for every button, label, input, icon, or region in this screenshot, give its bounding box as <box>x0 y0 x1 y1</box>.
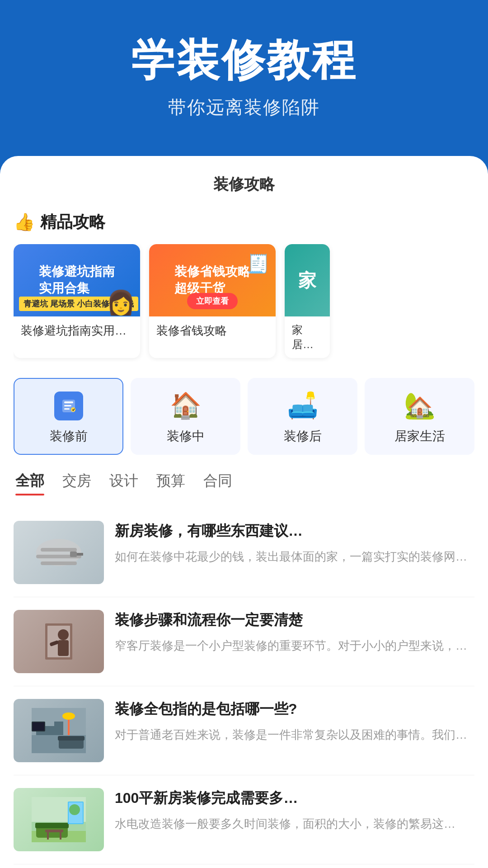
article-thumb-inner-4 <box>14 788 104 851</box>
article-desc-1: 如何在装修中花最少的钱，装出最体面的家，一篇实打实的装修网… <box>115 548 474 566</box>
category-icon-after: 🛋️ <box>287 391 319 420</box>
svg-point-4 <box>71 407 75 412</box>
category-icon-home: 🏡 <box>404 391 436 420</box>
svg-rect-1 <box>64 401 73 403</box>
article-title-3: 装修全包指的是包括哪一些? <box>115 699 474 719</box>
svg-rect-8 <box>41 561 77 565</box>
article-content-1: 新房装修，有哪些东西建议… 如何在装修中花最少的钱，装出最体面的家，一篇实打实的… <box>115 521 474 566</box>
article-desc-3: 对于普通老百姓来说，装修是一件非常复杂以及困难的事情。我们… <box>115 726 474 744</box>
svg-rect-2 <box>64 405 71 406</box>
main-card: 装修攻略 👍 精品攻略 装修避坑指南实用合集 青避坑 尾场景 小白装修也省钱 👩… <box>0 156 488 868</box>
article-thumb-inner-1 <box>14 521 104 584</box>
category-label-after: 装修后 <box>284 428 322 445</box>
article-item-2[interactable]: 装修步骤和流程你一定要清楚 窄客厅装修是一个小户型装修的重要环节。对于小小的户型… <box>14 597 474 686</box>
featured-card-btn-2[interactable]: 立即查看 <box>187 293 238 309</box>
article-desc-2: 窄客厅装修是一个小户型装修的重要环节。对于小小的户型来说，… <box>115 637 474 655</box>
article-content-3: 装修全包指的是包括哪一些? 对于普通老百姓来说，装修是一件非常复杂以及困难的事情… <box>115 699 474 744</box>
featured-section-title: 精品攻略 <box>40 211 105 233</box>
article-item-3[interactable]: 装修全包指的是包括哪一些? 对于普通老百姓来说，装修是一件非常复杂以及困难的事情… <box>14 686 474 775</box>
svg-rect-26 <box>33 722 44 731</box>
thumb-icon: 👍 <box>14 212 35 232</box>
featured-card-text-3: 家 <box>298 269 316 292</box>
filter-tab-budget[interactable]: 预算 <box>156 471 185 495</box>
main-title: 学装修教程 <box>18 36 470 84</box>
svg-rect-9 <box>70 552 77 557</box>
svg-rect-35 <box>45 830 63 832</box>
svg-rect-6 <box>41 548 77 552</box>
svg-rect-20 <box>54 722 63 735</box>
svg-point-13 <box>58 629 69 640</box>
filter-tabs: 全部 交房 设计 预算 合同 <box>14 471 474 495</box>
filter-tab-all[interactable]: 全部 <box>15 471 44 495</box>
svg-rect-19 <box>45 726 54 735</box>
article-thumb-inner-3 <box>14 699 104 762</box>
svg-rect-3 <box>64 408 70 410</box>
article-content-4: 100平新房装修完成需要多… 水电改造装修一般要多久时间装修，面积的大小，装修的… <box>115 788 474 833</box>
featured-card-text-2: 装修省钱攻略超级干货 <box>174 264 250 297</box>
featured-card-image-1: 装修避坑指南实用合集 青避坑 尾场景 小白装修也省钱 👩 <box>14 244 140 316</box>
category-label-during: 装修中 <box>167 428 205 445</box>
filter-tab-design[interactable]: 设计 <box>109 471 138 495</box>
svg-rect-31 <box>35 823 69 828</box>
article-list: 新房装修，有哪些东西建议… 如何在装修中花最少的钱，装出最体面的家，一篇实打实的… <box>14 508 474 864</box>
article-thumbnail-4 <box>14 788 104 851</box>
svg-rect-14 <box>58 640 69 656</box>
sub-title: 带你远离装修陷阱 <box>18 95 470 120</box>
article-title-1: 新房装修，有哪些东西建议… <box>115 521 474 541</box>
featured-card-label-3: 家居… <box>285 316 330 358</box>
category-item-before[interactable]: 装修前 <box>14 378 123 455</box>
person-deco-2: 🧾 <box>247 253 269 274</box>
article-thumb-inner-2 <box>14 610 104 673</box>
svg-point-22 <box>62 712 75 720</box>
featured-section-header: 👍 精品攻略 <box>14 211 474 233</box>
category-item-after[interactable]: 🛋️ 装修后 <box>248 378 357 455</box>
article-item-1[interactable]: 新房装修，有哪些东西建议… 如何在装修中花最少的钱，装出最体面的家，一篇实打实的… <box>14 508 474 597</box>
article-item-4[interactable]: 100平新房装修完成需要多… 水电改造装修一般要多久时间装修，面积的大小，装修的… <box>14 775 474 864</box>
featured-card-label-2: 装修省钱攻略 <box>149 316 276 345</box>
filter-tab-delivery[interactable]: 交房 <box>62 471 91 495</box>
svg-rect-10 <box>77 553 83 556</box>
category-grid: 装修前 🏠 装修中 🛋️ 装修后 🏡 居家生活 <box>14 378 474 455</box>
category-icon-during: 🏠 <box>170 391 202 420</box>
article-content-2: 装修步骤和流程你一定要清楚 窄客厅装修是一个小户型装修的重要环节。对于小小的户型… <box>115 610 474 655</box>
category-label-home: 居家生活 <box>394 428 445 445</box>
svg-rect-36 <box>47 832 49 840</box>
category-icon-before <box>54 392 83 420</box>
article-thumbnail-3 <box>14 699 104 762</box>
featured-card-1[interactable]: 装修避坑指南实用合集 青避坑 尾场景 小白装修也省钱 👩 装修避坑指南实用… <box>14 244 140 358</box>
card-title: 装修攻略 <box>14 174 474 195</box>
featured-card-2[interactable]: 装修省钱攻略超级干货 立即查看 🧾 装修省钱攻略 <box>149 244 276 358</box>
article-title-2: 装修步骤和流程你一定要清楚 <box>115 610 474 630</box>
filter-tab-contract[interactable]: 合同 <box>203 471 232 495</box>
article-thumbnail-1 <box>14 521 104 584</box>
category-label-before: 装修前 <box>50 428 88 445</box>
featured-card-label-1: 装修避坑指南实用… <box>14 316 140 345</box>
person-deco-1: 👩 <box>106 289 136 316</box>
header-area: 学装修教程 带你远离装修陷阱 <box>0 0 488 174</box>
svg-rect-24 <box>58 736 84 741</box>
featured-card-text-1: 装修避坑指南实用合集 <box>39 264 115 297</box>
featured-scroll[interactable]: 装修避坑指南实用合集 青避坑 尾场景 小白装修也省钱 👩 装修避坑指南实用… 装… <box>14 244 474 362</box>
svg-point-34 <box>69 804 80 815</box>
featured-card-3[interactable]: 家 家居… <box>285 244 330 358</box>
article-thumbnail-2 <box>14 610 104 673</box>
category-item-home[interactable]: 🏡 居家生活 <box>365 378 474 455</box>
featured-card-image-3: 家 <box>285 244 330 316</box>
article-desc-4: 水电改造装修一般要多久时间装修，面积的大小，装修的繁易这… <box>115 815 474 833</box>
category-item-during[interactable]: 🏠 装修中 <box>131 378 240 455</box>
featured-card-image-2: 装修省钱攻略超级干货 立即查看 🧾 <box>149 244 276 316</box>
article-title-4: 100平新房装修完成需要多… <box>115 788 474 808</box>
svg-rect-37 <box>60 832 61 840</box>
